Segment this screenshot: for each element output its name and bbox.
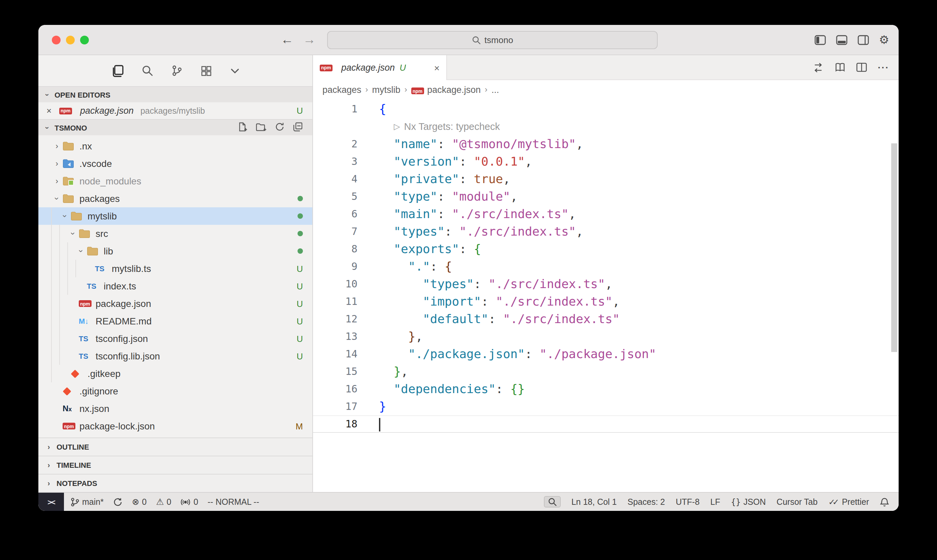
breadcrumb-item-packages[interactable]: packages <box>322 85 362 95</box>
refresh-icon[interactable] <box>275 122 285 133</box>
status-magnifier[interactable] <box>544 496 561 508</box>
code-line-7[interactable]: 7 "types": "./src/index.ts", <box>313 223 899 240</box>
code-line-6[interactable]: 6 "main": "./src/index.ts", <box>313 205 899 223</box>
close-tab-icon[interactable]: × <box>434 62 440 73</box>
source-control-icon[interactable] <box>171 65 183 77</box>
toggle-secondary-sidebar-icon[interactable] <box>858 35 869 45</box>
open-preview-icon[interactable] <box>835 63 845 72</box>
code-line-11[interactable]: 11 "import": "./src/index.ts", <box>313 293 899 310</box>
outline-section-header[interactable]: › OUTLINE <box>38 437 312 456</box>
tree-item-tsconfig.json[interactable]: TStsconfig.jsonU <box>38 330 312 347</box>
tree-item-lib[interactable]: ›lib <box>38 242 312 260</box>
code-line-2[interactable]: 2 "name": "@tsmono/mytslib", <box>313 135 899 153</box>
status-0[interactable]: ⚠0 <box>156 497 171 507</box>
chevron-down-icon[interactable]: › <box>76 245 86 257</box>
chevron-right-icon[interactable]: › <box>51 159 63 168</box>
new-file-icon[interactable] <box>238 122 248 133</box>
line-number: 1 <box>313 100 357 118</box>
tree-item-tsconfig.lib.json[interactable]: TStsconfig.lib.jsonU <box>38 347 312 365</box>
status-0[interactable]: ⊗0 <box>132 497 147 507</box>
status-ln-18-col-1[interactable]: Ln 18, Col 1 <box>571 497 617 506</box>
forward-button[interactable]: → <box>303 32 316 47</box>
more-views-chevron-icon[interactable] <box>229 65 240 76</box>
code-line-16[interactable]: 16 "dependencies": {} <box>313 380 899 398</box>
code-line-8[interactable]: 8 "exports": { <box>313 240 899 258</box>
status-cursor-tab[interactable]: Cursor Tab <box>777 497 817 506</box>
status-main[interactable]: main* <box>71 497 104 506</box>
split-editor-icon[interactable] <box>856 63 867 72</box>
tree-item-src[interactable]: ›src <box>38 225 312 242</box>
code-line-9[interactable]: 9 ".": { <box>313 258 899 275</box>
close-window-button[interactable] <box>52 35 61 44</box>
status-utf-8[interactable]: UTF-8 <box>676 497 700 506</box>
status-json[interactable]: {}JSON <box>731 497 766 506</box>
status-0[interactable]: 0 <box>181 497 198 506</box>
code-line-10[interactable]: 10 "types": "./src/index.ts", <box>313 275 899 293</box>
code-line-4[interactable]: 4 "private": true, <box>313 170 899 188</box>
code-line-3[interactable]: 3 "version": "0.0.1", <box>313 153 899 170</box>
extensions-icon[interactable] <box>200 65 212 76</box>
compare-changes-icon[interactable] <box>812 62 824 72</box>
status-lf[interactable]: LF <box>711 497 720 506</box>
code-line-5[interactable]: 5 "type": "module", <box>313 188 899 205</box>
tree-item-package-lock.json[interactable]: npmpackage-lock.jsonM <box>38 417 312 435</box>
code-line-15[interactable]: 15 }, <box>313 363 899 380</box>
tree-item-package.json[interactable]: npmpackage.jsonU <box>38 295 312 312</box>
activity-bar <box>38 55 312 86</box>
zoom-window-button[interactable] <box>80 35 89 44</box>
status-sync[interactable] <box>113 497 123 506</box>
tree-item-.gitkeep[interactable]: .gitkeep <box>38 365 312 382</box>
code-line-18[interactable]: 18 <box>313 415 899 433</box>
back-button[interactable]: ← <box>281 32 294 47</box>
open-editor-item-package-json[interactable]: × npm package.json packages/mytslib U <box>38 102 312 119</box>
status-bell[interactable] <box>880 497 889 506</box>
tree-item-node_modules[interactable]: ›node_modules <box>38 172 312 190</box>
more-actions-icon[interactable]: ··· <box>878 62 889 73</box>
status-normal[interactable]: -- NORMAL -- <box>208 497 259 506</box>
code-line-13[interactable]: 13 }, <box>313 328 899 345</box>
status-prettier[interactable]: ✓✓Prettier <box>828 497 869 506</box>
editor-scrollbar[interactable] <box>891 143 897 352</box>
toggle-panel-icon[interactable] <box>836 35 848 45</box>
code-editor[interactable]: 1{▷Nx Targets: typecheck2 "name": "@tsmo… <box>313 99 899 492</box>
explorer-icon[interactable] <box>111 64 123 77</box>
chevron-down-icon[interactable]: › <box>60 210 70 222</box>
chevron-down-icon[interactable]: › <box>68 228 78 239</box>
breadcrumb-item--[interactable]: ... <box>491 85 499 95</box>
tree-item-mytslib[interactable]: ›mytslib <box>38 207 312 225</box>
tree-item-README.md[interactable]: M↓README.mdU <box>38 312 312 330</box>
codelens-nx-targets[interactable]: ▷Nx Targets: typecheck <box>313 118 500 135</box>
settings-gear-icon[interactable]: ⚙ <box>879 34 889 45</box>
code-line-14[interactable]: 14 "./package.json": "./package.json" <box>313 345 899 363</box>
workspace-header[interactable]: › TSMONO <box>38 119 312 135</box>
status-spaces-2[interactable]: Spaces: 2 <box>628 497 665 506</box>
timeline-section-header[interactable]: › TIMELINE <box>38 456 312 474</box>
tree-item-.gitignore[interactable]: .gitignore <box>38 382 312 400</box>
chevron-right-icon[interactable]: › <box>51 142 63 151</box>
breadcrumb-item-mytslib[interactable]: mytslib <box>372 85 400 95</box>
code-line-1[interactable]: 1{ <box>313 100 899 118</box>
code-line-12[interactable]: 12 "default": "./src/index.ts" <box>313 310 899 328</box>
breadcrumb-item-package-json[interactable]: npmpackage.json <box>411 85 481 95</box>
tree-item-index.ts[interactable]: TSindex.tsU <box>38 277 312 295</box>
tree-item-.vscode[interactable]: ›.vscode <box>38 155 312 172</box>
collapse-all-icon[interactable] <box>293 122 303 133</box>
chevron-down-icon[interactable]: › <box>52 193 62 204</box>
tree-item-nx.json[interactable]: Nxnx.json <box>38 400 312 417</box>
tree-item-.nx[interactable]: ›.nx <box>38 137 312 155</box>
search-panel-icon[interactable] <box>141 65 153 77</box>
chevron-right-icon[interactable]: › <box>51 176 63 186</box>
close-editor-icon[interactable]: × <box>46 106 55 116</box>
notepads-section-header[interactable]: › NOTEPADS <box>38 474 312 492</box>
remote-window-button[interactable]: >< <box>38 493 64 511</box>
command-center-search[interactable]: tsmono <box>327 31 658 49</box>
tab-package-json[interactable]: npm package.json U × <box>313 55 447 80</box>
tree-item-mytslib.ts[interactable]: TSmytslib.tsU <box>38 260 312 277</box>
indent-guide <box>51 242 59 260</box>
tree-item-packages[interactable]: ›packages <box>38 190 312 207</box>
code-line-17[interactable]: 17} <box>313 398 899 415</box>
minimize-window-button[interactable] <box>66 35 75 44</box>
open-editors-header[interactable]: › OPEN EDITORS <box>38 86 312 102</box>
toggle-sidebar-icon[interactable] <box>814 35 826 45</box>
new-folder-icon[interactable] <box>256 122 266 133</box>
